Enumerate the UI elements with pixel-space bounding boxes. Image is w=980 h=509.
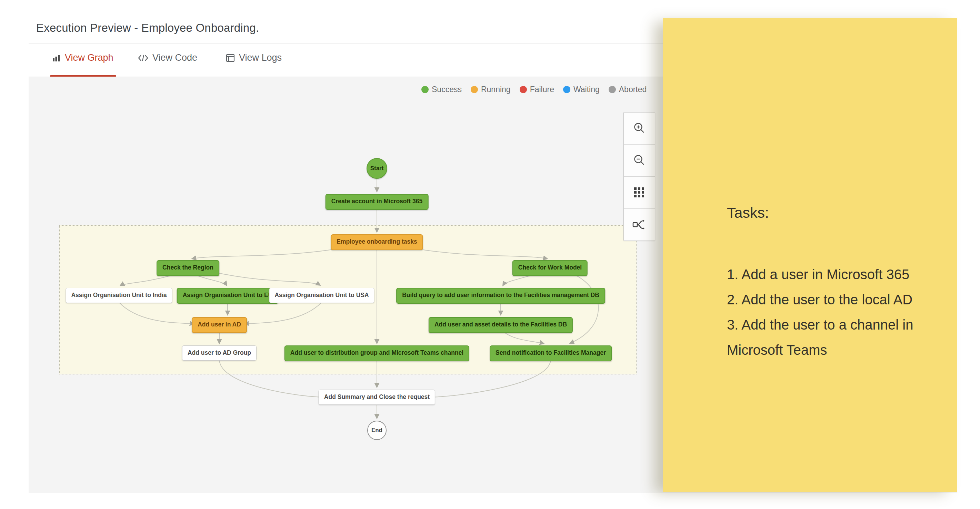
flow-node-check-work-model[interactable]: Check for Work Model [512,260,588,276]
flow-node-add-user-ad[interactable]: Add user in AD [192,317,247,333]
grid-icon [633,186,646,199]
grid-view-button[interactable] [624,177,655,209]
flow-node-add-distribution[interactable]: Add user to distribution group and Micro… [285,345,469,361]
success-dot-icon [422,86,429,93]
notes-heading: Tasks: [727,204,940,221]
flow-node-create-account[interactable]: Create account in Microsoft 365 [326,194,429,210]
tab-view-logs[interactable]: View Logs [226,53,282,63]
tab-view-code[interactable]: View Code [138,53,197,63]
flow-node-onboarding-tasks[interactable]: Employee onboarding tasks [331,234,423,250]
legend-item-failure: Failure [520,85,554,94]
zoom-out-button[interactable] [624,145,655,177]
flow-node-add-summary[interactable]: Add Summary and Close the request [319,389,435,405]
failure-dot-icon [520,86,527,93]
tab-view-graph[interactable]: View Graph [52,53,113,63]
graph-toolbar [624,112,655,241]
flow-node-assign-eu[interactable]: Assign Organisation Unit to EU [177,288,278,304]
code-icon [138,54,148,62]
auto-layout-button[interactable] [624,209,655,241]
tab-bar: View Graph View Code View Logs [0,48,662,75]
flow-node-end[interactable]: End [367,421,387,440]
flow-node-assign-india[interactable]: Assign Organisation Unit to India [65,288,172,303]
legend-item-running: Running [471,85,511,94]
note-task-1: 1. Add a user in Microsoft 365 [727,262,949,287]
page-title: Execution Preview - Employee Onboarding. [36,21,259,35]
zoom-in-icon [632,121,646,135]
running-dot-icon [471,86,478,93]
flow-node-add-asset[interactable]: Add user and asset details to the Facili… [429,317,573,333]
bar-chart-icon [52,53,61,62]
flow-node-check-region[interactable]: Check the Region [157,260,219,276]
legend-item-aborted: Aborted [609,85,647,94]
waiting-dot-icon [563,86,570,93]
flow-node-send-notification[interactable]: Send notification to Facilities Manager [490,345,612,361]
flow-node-add-ad-group[interactable]: Add user to AD Group [182,345,256,361]
aborted-dot-icon [609,86,616,93]
tab-label: View Logs [239,53,282,63]
flow-node-assign-usa[interactable]: Assign Organisation Unit to USA [269,288,374,303]
flow-node-build-query[interactable]: Build query to add user information to t… [396,288,605,304]
legend-item-success: Success [422,85,462,94]
zoom-in-button[interactable] [624,112,655,145]
note-task-2: 2. Add the user to the local AD [727,287,949,312]
tab-label: View Code [153,53,197,63]
note-task-3: 3. Add the user to a channel in Microsof… [727,312,949,363]
tab-label: View Graph [65,53,113,63]
sticky-note-panel: Tasks: 1. Add a user in Microsoft 365 2.… [663,18,957,492]
legend-item-waiting: Waiting [563,85,600,94]
zoom-out-icon [632,153,646,168]
status-legend: Success Running Failure Waiting Aborted [422,85,647,94]
logs-icon [226,54,235,62]
flow-node-start[interactable]: Start [367,158,387,179]
flow-layout-icon [632,218,647,231]
